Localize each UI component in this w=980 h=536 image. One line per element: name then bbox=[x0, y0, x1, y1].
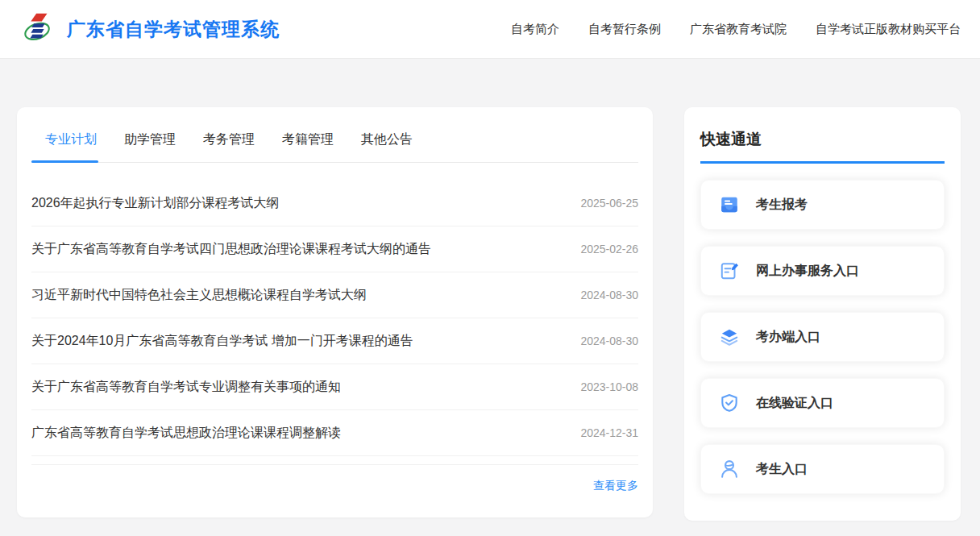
layers-icon bbox=[719, 326, 740, 347]
news-item[interactable]: 广东省高等教育自学考试思想政治理论课课程调整解读 2024-12-31 bbox=[31, 410, 638, 456]
tab-other-notices[interactable]: 其他公告 bbox=[361, 131, 413, 162]
quick-channel-title: 快速通道 bbox=[700, 107, 945, 164]
page-body: 专业计划 助学管理 考务管理 考籍管理 其他公告 2026年起执行专业新计划部分… bbox=[0, 59, 980, 521]
quick-link-candidate-entry[interactable]: 考生入口 bbox=[700, 444, 945, 494]
news-item-title[interactable]: 关于广东省高等教育自学考试专业调整有关事项的通知 bbox=[31, 378, 341, 396]
news-item-title[interactable]: 关于广东省高等教育自学考试四门思想政治理论课课程考试大纲的通告 bbox=[31, 240, 431, 258]
form-edit-icon bbox=[719, 260, 740, 281]
user-icon bbox=[719, 459, 740, 480]
news-item-date: 2025-06-25 bbox=[580, 197, 638, 210]
tab-exam-records[interactable]: 考籍管理 bbox=[282, 131, 334, 162]
tab-study-aid[interactable]: 助学管理 bbox=[124, 131, 176, 162]
news-item-date: 2023-10-08 bbox=[580, 380, 638, 393]
news-item[interactable]: 关于广东省高等教育自学考试四门思想政治理论课课程考试大纲的通告 2025-02-… bbox=[31, 226, 638, 272]
news-item-title[interactable]: 广东省高等教育自学考试思想政治理论课课程调整解读 bbox=[31, 424, 341, 442]
news-item-title[interactable]: 习近平新时代中国特色社会主义思想概论课程自学考试大纲 bbox=[31, 286, 367, 304]
quick-link-label: 在线验证入口 bbox=[756, 395, 833, 412]
top-nav: 自考简介 自考暂行条例 广东省教育考试院 自学考试正版教材购买平台 bbox=[511, 22, 961, 37]
quick-channel-card: 快速通道 考生报考 网上办事服务入口 bbox=[684, 107, 961, 521]
news-tabs: 专业计划 助学管理 考务管理 考籍管理 其他公告 bbox=[31, 107, 638, 163]
nav-link-intro[interactable]: 自考简介 bbox=[511, 22, 559, 37]
inbox-icon bbox=[719, 194, 740, 215]
news-item-title[interactable]: 2026年起执行专业新计划部分课程考试大纲 bbox=[31, 194, 280, 212]
news-card: 专业计划 助学管理 考务管理 考籍管理 其他公告 2026年起执行专业新计划部分… bbox=[17, 107, 653, 517]
news-footer: 查看更多 bbox=[31, 465, 638, 517]
quick-link-exam-office[interactable]: 考办端入口 bbox=[700, 312, 945, 362]
news-item-title[interactable]: 关于2024年10月广东省高等教育自学考试 增加一门开考课程的通告 bbox=[31, 332, 413, 350]
tab-exam-affairs[interactable]: 考务管理 bbox=[203, 131, 255, 162]
quick-link-label: 考办端入口 bbox=[756, 329, 820, 346]
nav-link-exam-authority[interactable]: 广东省教育考试院 bbox=[690, 22, 787, 37]
tab-major-plan[interactable]: 专业计划 bbox=[45, 131, 97, 162]
quick-link-label: 网上办事服务入口 bbox=[756, 263, 859, 280]
nav-link-regulations[interactable]: 自考暂行条例 bbox=[588, 22, 661, 37]
news-item[interactable]: 习近平新时代中国特色社会主义思想概论课程自学考试大纲 2024-08-30 bbox=[31, 272, 638, 318]
news-item-date: 2024-08-30 bbox=[580, 289, 638, 301]
quick-link-online-services[interactable]: 网上办事服务入口 bbox=[700, 246, 945, 296]
nav-link-textbook-platform[interactable]: 自学考试正版教材购买平台 bbox=[816, 22, 961, 37]
quick-link-candidate-register[interactable]: 考生报考 bbox=[700, 180, 945, 230]
news-item[interactable]: 关于广东省高等教育自学考试专业调整有关事项的通知 2023-10-08 bbox=[31, 364, 638, 410]
news-list: 2026年起执行专业新计划部分课程考试大纲 2025-06-25 关于广东省高等… bbox=[31, 181, 638, 465]
page-title: 广东省自学考试管理系统 bbox=[67, 17, 280, 42]
news-item-date: 2024-08-30 bbox=[580, 334, 638, 347]
quick-link-online-verification[interactable]: 在线验证入口 bbox=[700, 378, 945, 428]
shield-check-icon bbox=[719, 393, 740, 413]
quick-link-label: 考生报考 bbox=[756, 197, 808, 214]
news-item-date: 2025-02-26 bbox=[580, 243, 638, 256]
news-item-date: 2024-12-31 bbox=[580, 426, 638, 439]
news-item[interactable]: 2026年起执行专业新计划部分课程考试大纲 2025-06-25 bbox=[31, 181, 638, 226]
news-item[interactable]: 关于2024年10月广东省高等教育自学考试 增加一门开考课程的通告 2024-0… bbox=[31, 318, 638, 364]
view-more-link[interactable]: 查看更多 bbox=[593, 479, 638, 492]
list-divider bbox=[31, 456, 638, 465]
site-logo-icon bbox=[19, 10, 56, 48]
quick-link-label: 考生入口 bbox=[756, 461, 808, 478]
top-header: 广东省自学考试管理系统 自考简介 自考暂行条例 广东省教育考试院 自学考试正版教… bbox=[0, 0, 980, 59]
